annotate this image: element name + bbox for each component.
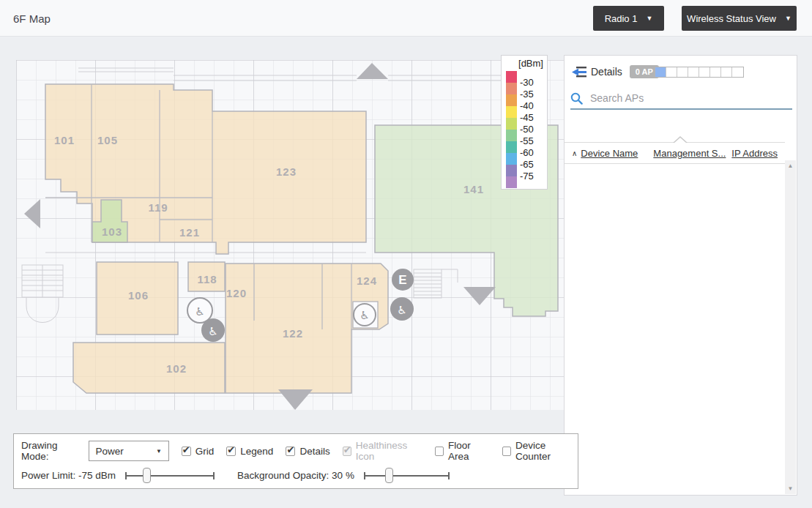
checkbox-legend[interactable]: ✔ Legend bbox=[226, 446, 273, 457]
legend-swatch bbox=[506, 106, 517, 118]
room-label: 118 bbox=[197, 273, 217, 285]
checkbox-device-counter-box[interactable] bbox=[502, 447, 511, 456]
svg-text:♿: ♿ bbox=[360, 309, 369, 322]
legend-swatch bbox=[506, 71, 517, 83]
elevator-icon: E bbox=[392, 269, 414, 291]
chevron-down-icon: ▼ bbox=[785, 15, 791, 22]
ap-capacity-bar bbox=[655, 67, 744, 78]
legend-labels: -30 -35 -40 -45 -50 -55 -60 -65 -75 bbox=[520, 77, 534, 182]
check-icon: ✔ bbox=[343, 444, 351, 455]
collapse-panel-icon[interactable] bbox=[572, 67, 586, 78]
room-label: 124 bbox=[357, 274, 377, 287]
room-label: 101 bbox=[54, 134, 75, 146]
power-limit-slider[interactable] bbox=[125, 468, 215, 483]
svg-text:♿: ♿ bbox=[208, 325, 217, 338]
checkbox-healthiness-label: Healthiness Icon bbox=[356, 440, 422, 462]
chevron-down-icon: ▼ bbox=[646, 15, 652, 22]
column-ip-address[interactable]: IP Address bbox=[731, 148, 778, 159]
wheelchair-icon: ♿ bbox=[187, 298, 212, 323]
slider-track[interactable] bbox=[364, 475, 450, 477]
details-panel: Details 0 AP ∧ Device Name Management S.… bbox=[564, 55, 797, 496]
radio-select-button[interactable]: Radio 1 ▼ bbox=[593, 6, 664, 31]
legend-swatches bbox=[506, 71, 517, 188]
view-select-label: Wireless Status View bbox=[687, 13, 776, 24]
radio-select-label: Radio 1 bbox=[605, 13, 638, 24]
capacity-segment bbox=[688, 67, 699, 77]
ap-search bbox=[570, 88, 792, 110]
column-management-state[interactable]: Management S... bbox=[653, 148, 726, 159]
checkbox-grid[interactable]: ✔ Grid bbox=[182, 446, 215, 457]
legend-title: [dBm] bbox=[518, 58, 543, 69]
power-limit-slider-handle[interactable] bbox=[143, 468, 151, 483]
background-opacity-label: Background Opacity: 30 % bbox=[237, 470, 354, 481]
dbm-legend: [dBm] -30 -35 -40 -45 -50 -55 -60 -65 -7… bbox=[501, 55, 548, 190]
top-bar: 6F Map Radio 1 ▼ Wireless Status View ▼ bbox=[0, 0, 812, 37]
background-opacity-slider-handle[interactable] bbox=[385, 468, 393, 483]
room-label: 141 bbox=[463, 183, 484, 195]
checkbox-device-counter-label: Device Counter bbox=[515, 440, 578, 462]
capacity-segment bbox=[666, 67, 677, 77]
checkbox-legend-label: Legend bbox=[240, 446, 273, 457]
checkbox-grid-label: Grid bbox=[195, 446, 215, 457]
ap-list-scrollbar[interactable]: ▲ ▼ bbox=[785, 160, 796, 494]
slider-tick bbox=[213, 472, 215, 479]
background-opacity-slider[interactable] bbox=[364, 468, 450, 483]
slider-track[interactable] bbox=[125, 475, 215, 477]
checkbox-device-counter[interactable]: Device Counter bbox=[502, 440, 578, 462]
legend-label: -75 bbox=[520, 171, 534, 182]
drawing-mode-label: Drawing Mode: bbox=[21, 440, 83, 462]
floor-map-canvas[interactable]: E ♿ ♿ ♿ ♿ 101 105 123 141 119 103 121 11… bbox=[16, 60, 564, 410]
check-icon: ✔ bbox=[227, 444, 235, 455]
room-label: 123 bbox=[276, 165, 297, 178]
scroll-up-icon[interactable]: ▲ bbox=[785, 160, 796, 171]
legend-label: -30 bbox=[520, 77, 534, 89]
svg-text:♿: ♿ bbox=[397, 304, 406, 317]
room-label: 119 bbox=[148, 201, 168, 214]
search-input[interactable] bbox=[590, 92, 792, 104]
legend-swatch bbox=[506, 165, 517, 176]
legend-label: -45 bbox=[520, 112, 534, 124]
column-device-name[interactable]: Device Name bbox=[581, 148, 638, 159]
slider-tick bbox=[448, 472, 450, 479]
search-icon bbox=[570, 92, 583, 105]
page-title: 6F Map bbox=[13, 12, 51, 25]
scroll-down-icon[interactable]: ▼ bbox=[785, 483, 796, 494]
ap-table-header: ∧ Device Name Management S... IP Address bbox=[565, 142, 785, 164]
checkbox-floor-area[interactable]: Floor Area bbox=[435, 440, 490, 462]
checkbox-floor-area-box[interactable] bbox=[435, 447, 444, 456]
legend-label: -60 bbox=[520, 147, 534, 159]
legend-label: -40 bbox=[520, 100, 534, 112]
checkbox-details[interactable]: ✔ Details bbox=[286, 446, 329, 457]
checkbox-grid-box[interactable]: ✔ bbox=[182, 447, 191, 456]
capacity-segment bbox=[721, 67, 732, 77]
power-limit-label: Power Limit: -75 dBm bbox=[21, 470, 116, 481]
checkbox-details-box[interactable]: ✔ bbox=[286, 447, 295, 456]
room-102-region[interactable] bbox=[73, 343, 225, 393]
capacity-segment-filled bbox=[655, 67, 666, 77]
checkbox-healthiness-box: ✔ bbox=[343, 447, 351, 456]
check-icon: ✔ bbox=[182, 444, 190, 455]
checkbox-healthiness-icon: ✔ Healthiness Icon bbox=[343, 440, 422, 462]
room-label: 102 bbox=[166, 362, 187, 375]
details-panel-header: Details 0 AP bbox=[572, 65, 659, 78]
controls-row-2: Power Limit: -75 dBm Background Opacity:… bbox=[21, 467, 450, 483]
legend-swatch bbox=[506, 83, 517, 94]
svg-text:E: E bbox=[398, 273, 406, 287]
wheelchair-icon: ♿ bbox=[201, 318, 225, 342]
checkbox-legend-box[interactable]: ✔ bbox=[226, 447, 236, 456]
view-select-button[interactable]: Wireless Status View ▼ bbox=[682, 6, 797, 31]
details-title: Details bbox=[591, 66, 622, 78]
drawing-mode-select[interactable]: Power ▼ bbox=[89, 441, 169, 461]
check-icon: ✔ bbox=[286, 444, 294, 455]
legend-label: -50 bbox=[520, 124, 534, 135]
room-label: 121 bbox=[179, 226, 200, 239]
room-label: 106 bbox=[128, 289, 149, 302]
legend-label: -65 bbox=[520, 159, 534, 171]
capacity-segment bbox=[677, 67, 688, 77]
room-label: 122 bbox=[283, 327, 303, 340]
wheelchair-icon: ♿ bbox=[354, 304, 376, 326]
room-label: 103 bbox=[102, 225, 122, 238]
svg-text:♿: ♿ bbox=[195, 305, 204, 318]
checkbox-details-label: Details bbox=[299, 446, 329, 457]
capacity-segment bbox=[699, 67, 710, 77]
